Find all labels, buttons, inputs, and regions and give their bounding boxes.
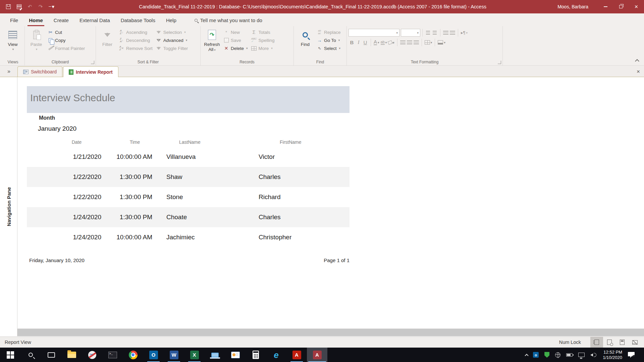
acrobat-button[interactable]: A xyxy=(286,348,307,362)
report-view-button[interactable] xyxy=(590,337,603,348)
contacts-app-button[interactable] xyxy=(225,348,246,362)
tray-expand-icon[interactable] xyxy=(525,354,529,357)
tab-file[interactable]: File xyxy=(5,15,23,26)
outlook-button[interactable]: O xyxy=(143,348,164,362)
delete-record-button[interactable]: ✕ Delete ▾ xyxy=(222,44,250,52)
network-globe-icon[interactable] xyxy=(555,352,560,358)
alternate-row-color-button[interactable]: ▾ xyxy=(437,39,446,46)
toggle-filter-button[interactable]: Toggle Filter xyxy=(154,44,190,52)
background-color-button[interactable]: ▾ xyxy=(387,39,395,46)
internet-explorer-button[interactable]: e xyxy=(266,348,286,362)
filter-button[interactable]: Filter xyxy=(98,27,117,47)
design-view-button[interactable] xyxy=(629,337,641,348)
close-button[interactable]: × xyxy=(629,0,644,13)
save-icon[interactable] xyxy=(5,4,11,10)
tell-me-search[interactable]: Tell me what you want to do xyxy=(190,15,267,26)
selection-button[interactable]: Selection ▾ xyxy=(154,28,190,36)
table-row[interactable]: 1/22/2020 1:30:00 PM Shaw Charles xyxy=(27,167,350,187)
tab-database-tools[interactable]: Database Tools xyxy=(115,15,161,26)
minimize-button[interactable] xyxy=(598,0,613,13)
font-color-button[interactable]: A▾ xyxy=(373,39,380,46)
table-row[interactable]: 1/21/2020 10:00:00 AM Villanueva Victor xyxy=(27,147,350,167)
snipping-tool-button[interactable] xyxy=(82,348,102,362)
copy-button[interactable]: Copy xyxy=(46,36,87,44)
replace-button[interactable]: abac Replace xyxy=(315,28,342,36)
save-record-button[interactable]: Save xyxy=(222,36,250,44)
totals-button[interactable]: Σ Totals xyxy=(250,28,276,36)
table-row[interactable]: 1/24/2020 1:30:00 PM Choate Charles xyxy=(27,207,350,227)
font-name-select[interactable]: ▾ xyxy=(348,29,399,37)
align-left-button[interactable] xyxy=(399,39,406,46)
gridlines-button[interactable]: ▾ xyxy=(424,39,433,46)
file-explorer-button[interactable] xyxy=(61,348,82,362)
start-button[interactable] xyxy=(0,348,20,362)
new-record-button[interactable]: * New xyxy=(222,28,250,36)
remove-sort-button[interactable]: AZ✕ Remove Sort xyxy=(117,44,154,52)
restore-button[interactable] xyxy=(613,0,629,13)
italic-button[interactable]: I xyxy=(355,39,362,46)
taskbar-search-button[interactable] xyxy=(20,348,41,362)
increase-indent-button[interactable] xyxy=(442,29,449,37)
action-center-icon[interactable]: 9 xyxy=(628,352,635,358)
text-formatting-dialog-launcher-icon[interactable] xyxy=(498,61,501,64)
nav-pane-open-button[interactable]: » xyxy=(0,68,17,77)
chrome-button[interactable] xyxy=(123,348,143,362)
excel-button[interactable]: X xyxy=(184,348,205,362)
display-icon[interactable] xyxy=(578,353,585,357)
text-direction-button[interactable]: ▸¶▾ xyxy=(460,29,468,37)
highlight-color-button[interactable]: ab▾ xyxy=(380,39,388,46)
spelling-button[interactable]: ABC✓ Spelling xyxy=(250,36,276,44)
format-painter-button[interactable]: Format Painter xyxy=(46,44,87,52)
laptop-app-button[interactable] xyxy=(205,348,225,362)
clipboard-dialog-launcher-icon[interactable] xyxy=(91,61,94,64)
tab-help[interactable]: Help xyxy=(161,15,182,26)
layout-view-button[interactable] xyxy=(616,337,629,348)
view-button[interactable]: View ▾ xyxy=(3,27,22,52)
security-shield-icon[interactable] xyxy=(544,352,549,358)
bold-button[interactable]: B xyxy=(348,39,355,46)
font-size-select[interactable]: ▾ xyxy=(401,29,420,37)
more-button[interactable]: More ▾ xyxy=(250,44,276,52)
numbering-button[interactable] xyxy=(431,29,438,37)
decrease-indent-button[interactable] xyxy=(449,29,456,37)
table-row[interactable]: 1/24/2020 10:00:00 AM Jachimiec Christop… xyxy=(27,227,350,247)
select-button[interactable]: ⇖ Select ▾ xyxy=(315,44,342,52)
calculator-button[interactable] xyxy=(246,348,266,362)
table-row[interactable]: 1/22/2020 1:30:00 PM Stone Richard xyxy=(27,187,350,207)
find-button[interactable]: Find xyxy=(296,27,315,47)
command-prompt-button[interactable]: >_ xyxy=(102,348,123,362)
align-right-button[interactable] xyxy=(413,39,420,46)
undo-icon[interactable]: ↶ xyxy=(27,4,33,10)
ascending-button[interactable]: AZ↓ Ascending xyxy=(117,28,154,36)
tab-interview-report[interactable]: Interview Report xyxy=(63,66,118,77)
underline-button[interactable]: U xyxy=(362,39,369,46)
taskbar-clock[interactable]: 12:52 PM 1/10/2020 xyxy=(603,350,622,360)
bullets-button[interactable] xyxy=(425,29,431,37)
paste-button[interactable]: Paste ▾ xyxy=(26,27,46,52)
collapse-ribbon-icon[interactable] xyxy=(635,59,639,63)
word-button[interactable]: W xyxy=(164,348,184,362)
advanced-button[interactable]: Advanced ▾ xyxy=(154,36,190,44)
volume-icon[interactable] xyxy=(590,352,597,358)
cut-button[interactable]: ✂ Cut xyxy=(46,28,87,36)
tab-create[interactable]: Create xyxy=(48,15,74,26)
redo-icon[interactable]: ↷ xyxy=(38,4,44,10)
close-document-icon[interactable]: × xyxy=(637,68,640,77)
qat-customize-icon[interactable]: ▾ xyxy=(48,4,54,10)
battery-icon[interactable] xyxy=(566,353,573,357)
refresh-all-button[interactable]: ↷ Refresh All▾ xyxy=(202,27,222,53)
tab-home[interactable]: Home xyxy=(23,15,48,26)
tab-external-data[interactable]: External Data xyxy=(74,15,115,26)
outlook-tray-icon[interactable]: o xyxy=(533,352,539,358)
go-to-button[interactable]: → Go To ▾ xyxy=(315,36,342,44)
align-center-button[interactable] xyxy=(406,39,413,46)
tab-switchboard[interactable]: Switchboard xyxy=(17,66,62,77)
signed-in-user[interactable]: Moos, Barbara xyxy=(548,4,598,9)
view-design-icon[interactable] xyxy=(16,4,22,10)
descending-button[interactable]: ZA↓ Descending xyxy=(117,36,154,44)
task-view-button[interactable] xyxy=(41,348,61,362)
navigation-pane-collapsed[interactable]: Navigation Pane xyxy=(0,77,17,336)
access-button[interactable]: A xyxy=(307,348,327,362)
print-preview-button[interactable] xyxy=(603,337,616,348)
horizontal-scrollbar-track[interactable] xyxy=(17,328,644,336)
